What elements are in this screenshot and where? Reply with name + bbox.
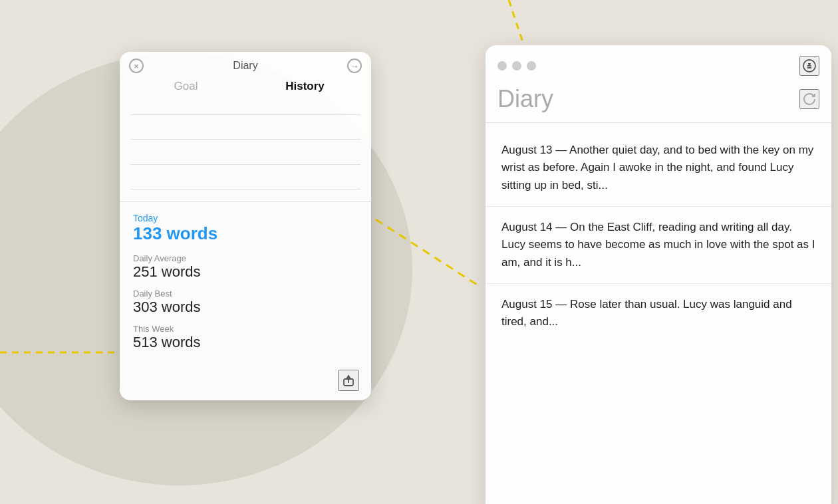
widget-titlebar: × Diary →	[120, 52, 371, 77]
diary-entry-1: August 13 — Another quiet day, and to be…	[486, 130, 831, 207]
entry-text-3: August 15 — Rose later than usual. Lucy …	[501, 296, 815, 331]
daily-avg-value: 251 words	[133, 263, 358, 281]
share-icon	[341, 373, 356, 388]
entry-text-1: August 13 — Another quiet day, and to be…	[501, 142, 815, 194]
tab-history[interactable]: History	[252, 77, 358, 96]
panel-diary-title: Diary	[497, 85, 553, 113]
widget-tabs: Goal History	[120, 77, 371, 102]
menu-icon	[802, 59, 817, 73]
svg-line-0	[509, 0, 525, 50]
daily-avg-label: Daily Average	[133, 253, 358, 263]
traffic-lights	[497, 61, 536, 70]
today-value: 133 words	[133, 223, 358, 244]
panel-refresh-button[interactable]	[799, 89, 819, 109]
widget-title: Diary	[144, 60, 347, 72]
tab-goal[interactable]: Goal	[133, 77, 239, 96]
traffic-light-red[interactable]	[497, 61, 507, 70]
diary-widget: × Diary → Goal History	[120, 52, 371, 400]
this-week-row: This Week 513 words	[133, 324, 358, 351]
bars-container	[130, 102, 360, 201]
this-week-value: 513 words	[133, 334, 358, 351]
daily-avg-row: Daily Average 251 words	[133, 253, 358, 281]
panel-menu-button[interactable]	[799, 56, 819, 76]
chart-area	[120, 102, 371, 202]
widget-close-button[interactable]: ×	[129, 59, 144, 73]
traffic-light-yellow[interactable]	[512, 61, 521, 70]
daily-best-label: Daily Best	[133, 289, 358, 299]
entry-text-2: August 14 — On the East Cliff, reading a…	[501, 219, 815, 271]
traffic-light-green[interactable]	[527, 61, 536, 70]
daily-best-row: Daily Best 303 words	[133, 289, 358, 316]
share-button[interactable]	[338, 370, 359, 391]
today-label: Today	[133, 213, 358, 223]
daily-best-value: 303 words	[133, 299, 358, 316]
diary-entry-3: August 15 — Rose later than usual. Lucy …	[486, 284, 831, 343]
diary-entry-2: August 14 — On the East Cliff, reading a…	[486, 207, 831, 284]
diary-panel: Diary August 13 — Another quiet day, and…	[486, 45, 831, 504]
forward-icon: →	[350, 61, 359, 71]
widget-forward-button[interactable]: →	[347, 59, 362, 73]
panel-titlebar	[486, 45, 831, 82]
panel-header: Diary	[486, 82, 831, 123]
diary-entries: August 13 — Another quiet day, and to be…	[486, 123, 831, 499]
this-week-label: This Week	[133, 324, 358, 334]
widget-bottom	[120, 370, 371, 400]
stats-section: Today 133 words Daily Average 251 words …	[120, 202, 371, 370]
close-icon: ×	[134, 62, 139, 70]
refresh-icon	[801, 90, 818, 108]
